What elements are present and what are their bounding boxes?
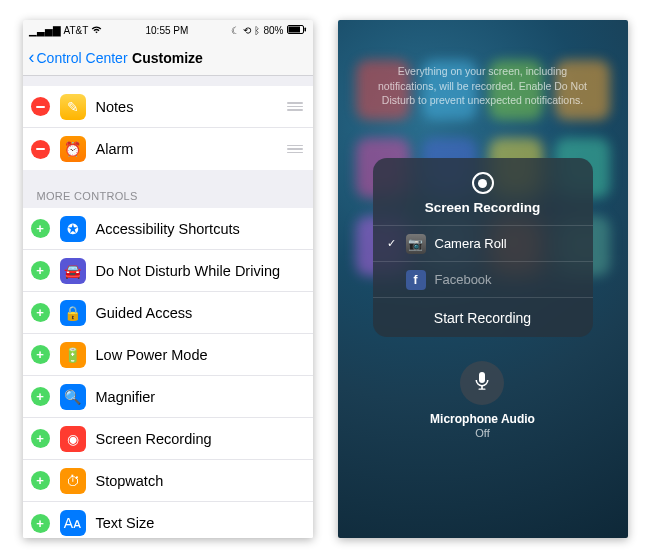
more-controls-list: ✪Accessibility Shortcuts🚘Do Not Disturb …	[23, 208, 313, 538]
add-button[interactable]	[31, 219, 50, 238]
app-icon: ⏰	[60, 136, 86, 162]
app-icon: 🚘	[60, 258, 86, 284]
microphone-block: Microphone Audio Off	[430, 361, 535, 439]
row-low-power[interactable]: 🔋Low Power Mode	[23, 334, 313, 376]
battery-icon	[287, 25, 307, 36]
destination-app-icon: 📷	[406, 234, 426, 254]
app-icon: ✪	[60, 216, 86, 242]
microphone-label: Microphone Audio	[430, 412, 535, 426]
row-label: Stopwatch	[96, 473, 164, 489]
panel-title: Screen Recording	[425, 200, 541, 215]
destination-app-icon: f	[406, 270, 426, 290]
dnd-moon-icon: ☾	[231, 25, 240, 36]
remove-button[interactable]	[31, 97, 50, 116]
row-accessibility-shortcuts[interactable]: ✪Accessibility Shortcuts	[23, 208, 313, 250]
battery-percent: 80%	[263, 25, 283, 36]
carrier-label: AT&T	[64, 25, 89, 36]
add-button[interactable]	[31, 429, 50, 448]
drag-handle-icon[interactable]	[287, 102, 303, 111]
bluetooth-icon: ᛒ	[254, 25, 260, 36]
back-button[interactable]: ‹ Control Center	[29, 47, 128, 68]
svg-rect-5	[479, 389, 486, 390]
page-title: Customize	[132, 50, 203, 66]
add-button[interactable]	[31, 514, 50, 533]
dest-facebook[interactable]: fFacebook	[373, 261, 593, 297]
row-label: Guided Access	[96, 305, 193, 321]
recording-hint-text: Everything on your screen, including not…	[338, 64, 628, 108]
microphone-icon	[474, 371, 490, 395]
row-label: Notes	[96, 99, 134, 115]
screenshot-left-customize-controls: ▁▃▅▇ AT&T 10:55 PM ☾ ⟲ ᛒ 80% ‹ Control C…	[23, 20, 313, 538]
wifi-icon	[91, 25, 102, 36]
add-button[interactable]	[31, 303, 50, 322]
app-icon: 🔍	[60, 384, 86, 410]
row-guided-access[interactable]: 🔒Guided Access	[23, 292, 313, 334]
back-label: Control Center	[37, 50, 128, 66]
add-button[interactable]	[31, 387, 50, 406]
app-icon: 🔋	[60, 342, 86, 368]
checkmark-icon: ✓	[387, 237, 397, 250]
more-controls-header: MORE CONTROLS	[23, 170, 313, 208]
dest-camera-roll[interactable]: ✓📷Camera Roll	[373, 225, 593, 261]
svg-rect-2	[304, 27, 306, 31]
microphone-toggle[interactable]	[460, 361, 504, 405]
start-recording-label: Start Recording	[434, 310, 531, 326]
signal-bars-icon: ▁▃▅▇	[29, 25, 61, 36]
orientation-lock-icon: ⟲	[243, 25, 251, 36]
add-button[interactable]	[31, 261, 50, 280]
destination-label: Facebook	[435, 272, 492, 287]
app-icon: 🔒	[60, 300, 86, 326]
clock: 10:55 PM	[146, 25, 189, 36]
row-text-size[interactable]: AᴀText Size	[23, 502, 313, 538]
app-icon: ✎	[60, 94, 86, 120]
start-recording-button[interactable]: Start Recording	[373, 297, 593, 337]
screen-recording-panel: Screen Recording ✓📷Camera RollfFacebook …	[373, 158, 593, 337]
screenshot-right-screen-recording-prompt: Everything on your screen, including not…	[338, 20, 628, 538]
add-button[interactable]	[31, 471, 50, 490]
row-label: Text Size	[96, 515, 155, 531]
row-label: Alarm	[96, 141, 134, 157]
app-icon: ◉	[60, 426, 86, 452]
app-icon: Aᴀ	[60, 510, 86, 536]
record-target-icon	[472, 172, 494, 194]
row-label: Magnifier	[96, 389, 156, 405]
nav-bar: ‹ Control Center Customize	[23, 40, 313, 76]
row-label: Low Power Mode	[96, 347, 208, 363]
row-notes[interactable]: ✎Notes	[23, 86, 313, 128]
svg-rect-1	[288, 26, 300, 32]
status-bar: ▁▃▅▇ AT&T 10:55 PM ☾ ⟲ ᛒ 80%	[23, 20, 313, 40]
svg-rect-3	[479, 372, 485, 383]
destination-label: Camera Roll	[435, 236, 507, 251]
chevron-left-icon: ‹	[29, 47, 35, 68]
row-screen-recording[interactable]: ◉Screen Recording	[23, 418, 313, 460]
app-icon: ⏱	[60, 468, 86, 494]
row-dnd-driving[interactable]: 🚘Do Not Disturb While Driving	[23, 250, 313, 292]
row-label: Accessibility Shortcuts	[96, 221, 240, 237]
drag-handle-icon[interactable]	[287, 145, 303, 154]
row-magnifier[interactable]: 🔍Magnifier	[23, 376, 313, 418]
row-label: Do Not Disturb While Driving	[96, 263, 281, 279]
row-label: Screen Recording	[96, 431, 212, 447]
row-stopwatch[interactable]: ⏱Stopwatch	[23, 460, 313, 502]
included-controls-list: ✎Notes⏰Alarm	[23, 86, 313, 170]
remove-button[interactable]	[31, 140, 50, 159]
microphone-state: Off	[475, 427, 489, 439]
add-button[interactable]	[31, 345, 50, 364]
row-alarm[interactable]: ⏰Alarm	[23, 128, 313, 170]
